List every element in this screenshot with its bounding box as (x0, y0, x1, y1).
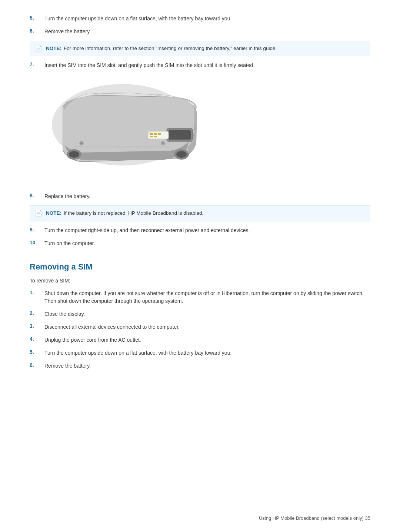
step-text: Remove the battery. (44, 28, 370, 36)
list-item: 2. Close the display. (30, 310, 370, 318)
footer-text: Using HP Mobile Broadband (select models… (259, 515, 370, 521)
list-item: 7. Insert the SIM into the SIM slot, and… (30, 61, 370, 69)
note-box-2: 📄 NOTE:If the battery is not replaced, H… (30, 205, 370, 221)
page-content: 5. Turn the computer upside down on a fl… (30, 15, 370, 370)
sim-insertion-image (44, 77, 200, 180)
note-icon-2: 📄 (35, 210, 42, 217)
note-box-1: 📄 NOTE:For more information, refer to th… (30, 41, 370, 56)
list-item: 10. Turn on the computer. (30, 240, 370, 247)
list-item: 6. Remove the battery. (30, 28, 370, 36)
top-steps-list: 5. Turn the computer upside down on a fl… (30, 15, 370, 36)
note-icon: 📄 (35, 45, 42, 52)
svg-rect-9 (154, 136, 157, 137)
note-label: NOTE: (46, 46, 61, 51)
step7-list: 7. Insert the SIM into the SIM slot, and… (30, 61, 370, 69)
step-text: Turn the computer upside down on a flat … (44, 349, 370, 357)
step-number: 9. (30, 227, 44, 232)
step-number: 6. (30, 28, 44, 34)
step-text: Shut down the computer. If you are not s… (44, 290, 370, 305)
svg-rect-3 (169, 130, 191, 140)
step-number: 5. (30, 349, 44, 355)
list-item: 4. Unplug the power cord from the AC out… (30, 336, 370, 344)
removing-sim-heading: Removing a SIM (30, 262, 370, 272)
list-item: 3. Disconnect all external devices conne… (30, 323, 370, 331)
page-footer: Using HP Mobile Broadband (select models… (259, 515, 370, 521)
step-number: 10. (30, 240, 44, 245)
step-text: Replace the battery. (44, 193, 370, 200)
step-number: 6. (30, 362, 44, 368)
removing-sim-steps-list: 1. Shut down the computer. If you are no… (30, 290, 370, 370)
svg-rect-8 (150, 136, 153, 137)
note-text-1: NOTE:For more information, refer to the … (46, 45, 365, 52)
svg-rect-5 (150, 133, 153, 135)
svg-rect-6 (154, 133, 157, 135)
bottom-steps-list: 9. Turn the computer right-side up, and … (30, 227, 370, 247)
svg-point-11 (176, 151, 187, 158)
note-label-2: NOTE: (46, 210, 61, 216)
svg-point-13 (69, 151, 79, 158)
step-number: 7. (30, 61, 44, 67)
step-text: Close the display. (44, 310, 370, 318)
step-text: Unplug the power cord from the AC outlet… (44, 336, 370, 344)
svg-rect-7 (158, 133, 161, 135)
step-text: Turn on the computer. (44, 240, 370, 247)
step-text: Remove the battery. (44, 362, 370, 370)
step-number: 1. (30, 290, 44, 295)
step-text: Disconnect all external devices connecte… (44, 323, 370, 331)
list-item: 5. Turn the computer upside down on a fl… (30, 349, 370, 357)
list-item: 8. Replace the battery. (30, 193, 370, 200)
note-text-2: NOTE:If the battery is not replaced, HP … (46, 210, 365, 217)
section-intro: To remove a SIM: (30, 278, 370, 284)
list-item: 9. Turn the computer right-side up, and … (30, 227, 370, 234)
step-number: 8. (30, 193, 44, 198)
step8-list: 8. Replace the battery. (30, 193, 370, 200)
laptop-image-container (44, 77, 370, 181)
list-item: 1. Shut down the computer. If you are no… (30, 290, 370, 305)
list-item: 6. Remove the battery. (30, 362, 370, 370)
step-number: 5. (30, 15, 44, 21)
step-text: Turn the computer upside down on a flat … (44, 15, 370, 23)
step-number: 2. (30, 310, 44, 316)
step-number: 4. (30, 336, 44, 342)
list-item: 5. Turn the computer upside down on a fl… (30, 15, 370, 23)
step-number: 3. (30, 323, 44, 329)
step-text: Insert the SIM into the SIM slot, and ge… (44, 61, 370, 69)
step-text: Turn the computer right-side up, and the… (44, 227, 370, 234)
